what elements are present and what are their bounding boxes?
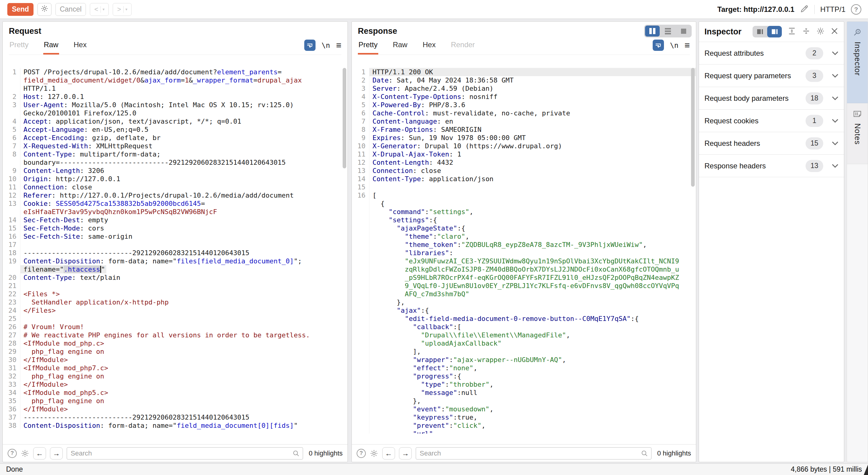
sidebar-tab-inspector[interactable]: Inspector [847,22,868,103]
code-line: 4X-Content-Type-Options: nosniff [352,93,696,101]
tab-raw[interactable]: Raw [43,40,59,55]
layout-columns-button[interactable] [645,26,660,36]
next-request-button[interactable]: > ▾ [113,3,131,16]
line-number: 18 [3,249,21,257]
word-wrap-toggle-icon[interactable] [304,40,315,51]
code-line: "ajaxPageState":{ [352,224,696,232]
tab-render[interactable]: Render [450,40,475,55]
tab-pretty[interactable]: Pretty [358,40,378,55]
code-line: "effect":"none", [352,364,696,372]
response-tabs: PrettyRawHexRender \n ≡ [358,39,690,55]
inspector-section-request-cookies[interactable]: Request cookies1 [699,109,844,132]
previous-request-button[interactable]: < ▾ [90,3,109,16]
next-match-button[interactable]: → [50,447,63,460]
inspector-section-request-attributes[interactable]: Request attributes2 [699,42,844,65]
search-help-icon[interactable]: ? [8,449,17,458]
view-right-button[interactable] [767,26,782,37]
request-scrollbar[interactable] [343,68,346,168]
line-number [352,290,369,298]
expand-all-icon[interactable] [787,27,796,36]
code-line: 37---------------------------29212920602… [3,413,347,421]
cancel-button[interactable]: Cancel [56,3,86,16]
search-help-icon[interactable]: ? [356,449,366,458]
line-number [352,274,369,282]
line-number [352,265,369,274]
layout-single-button[interactable] [676,26,691,36]
response-editor[interactable]: 1HTTP/1.1 200 OK2Date: Sat, 04 May 2024 … [352,67,696,444]
previous-match-button[interactable]: ← [33,447,46,460]
inspector-panel: Inspector Request attributes2Request que… [699,21,844,462]
code-line: 24</Files> [3,306,347,315]
count-badge: 2 [806,47,823,59]
previous-match-button[interactable]: ← [382,447,395,460]
request-search-input[interactable] [67,447,303,460]
inspector-section-request-query-parameters[interactable]: Request query parameters3 [699,65,844,87]
count-badge: 3 [806,70,823,82]
code-line: "keypress":true, [352,413,696,421]
code-line: "Drupal\\file\\Element\\ManagedFile", [352,331,696,339]
line-number: 30 [3,356,21,364]
line-number [3,76,21,84]
line-number [352,405,369,413]
code-line: 10Origin: http://127.0.0.1 [3,175,347,183]
tab-pretty[interactable]: Pretty [9,40,29,55]
code-line: Gecko/20100101 Firefox/125.0 [3,109,347,117]
line-number [352,347,369,356]
line-number [352,339,369,347]
collapse-all-icon[interactable] [802,27,810,36]
close-icon[interactable] [831,27,838,36]
line-number: 25 [3,315,21,323]
tab-hex[interactable]: Hex [422,40,436,55]
line-number: 16 [352,191,369,199]
line-number: 16 [3,232,21,241]
show-newlines-toggle[interactable]: \n [321,41,330,49]
code-line: AFQ_c7md3shm7bQ" [352,290,696,298]
code-line: }, [352,397,696,405]
line-number: 38 [3,421,21,430]
response-scrollbar[interactable] [691,68,695,187]
inspector-settings-gear-icon[interactable] [816,27,825,36]
search-settings-gear-icon[interactable] [21,449,29,457]
section-label: Request attributes [705,49,764,58]
help-icon[interactable]: ? [851,4,861,14]
chevron-down-icon [832,164,838,168]
response-search-input[interactable] [416,447,651,460]
send-button[interactable]: Send [7,3,33,16]
line-number [352,241,369,249]
line-number [352,372,369,380]
line-number: 19 [3,257,21,265]
code-line: 36</IfModule> [3,405,347,413]
next-match-button[interactable]: → [399,447,412,460]
line-number [352,388,369,397]
line-number [352,331,369,339]
code-line: "wrapper":"ajax-wrapper--nUGbUMnY-AQ", [352,356,696,364]
layout-rows-button[interactable] [660,26,675,36]
sidebar-tab-notes[interactable]: Notes [847,103,868,164]
code-line: 15Sec-Fetch-Mode: cors [3,224,347,232]
view-left-button[interactable] [752,26,767,37]
request-editor[interactable]: 1POST /Projects/drupal-10.2.6/media/add/… [3,67,347,444]
code-line: 16Sec-Fetch-Site: same-origin [3,232,347,241]
code-line: 30</IfModule> [3,356,347,364]
tab-hex[interactable]: Hex [73,40,87,55]
tab-raw[interactable]: Raw [392,40,408,55]
chevron-right-icon: > [115,5,123,13]
send-settings-button[interactable] [37,3,52,16]
inspector-section-request-body-parameters[interactable]: Request body parameters18 [699,87,844,109]
inspector-section-request-headers[interactable]: Request headers15 [699,132,844,155]
editor-menu-icon[interactable]: ≡ [684,42,690,49]
code-line: eIsHfaaETVr3av95yvbqQhzn0kom1P5wPcNSqB2V… [3,208,347,216]
search-settings-gear-icon[interactable] [370,449,378,457]
word-wrap-toggle-icon[interactable] [653,40,664,51]
section-label: Request headers [705,139,760,148]
editor-menu-icon[interactable]: ≡ [336,42,341,49]
show-newlines-toggle[interactable]: \n [670,41,679,49]
line-number [3,109,21,117]
pencil-icon[interactable] [800,4,809,14]
http-version-selector[interactable]: HTTP/1 [820,5,845,14]
gear-icon [40,5,49,14]
inspector-section-response-headers[interactable]: Response headers13 [699,155,844,177]
line-number: 26 [3,323,21,331]
chevron-down-icon [832,51,838,55]
line-number [352,380,369,388]
